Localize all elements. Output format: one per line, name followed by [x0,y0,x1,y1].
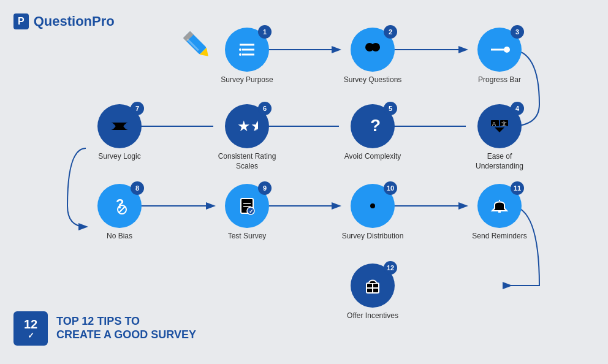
step-6: ★★★ 6 Consistent Rating Scales [213,104,281,171]
step-5: ? 5 Avoid Complexity [339,104,406,162]
svg-line-40 [375,202,379,205]
step-circle-2: 2 [351,28,395,72]
step-circle-7: 7 [97,104,142,148]
bottom-tip-box: 12 ✓ TOP 12 TIPS TO CREATE A GOOD SURVEY [13,311,196,346]
svg-point-15 [239,48,241,51]
step-label-9: Test Survey [228,232,267,241]
step-circle-10: 10 [351,184,395,228]
step-label-1: Survey Purpose [221,75,273,85]
step-badge-6: 6 [258,102,272,115]
step-circle-3: 3 [477,28,522,72]
step-2: 2 Survey Questions [339,28,406,85]
step-1: 1 Survey Purpose [213,28,281,85]
step-badge-2: 2 [384,25,397,39]
svg-text:✓: ✓ [249,208,254,214]
step-label-12: Offer Incentives [347,311,398,321]
step-3: 3 Progress Bar [466,28,533,85]
step-circle-1: 1 [225,28,269,72]
tip-count-box: 12 ✓ [13,311,48,346]
step-badge-7: 7 [131,102,144,115]
svg-text:文: 文 [501,121,507,127]
logo-area: P QuestionPro [13,13,115,29]
step-circle-12: 12 [351,264,395,308]
tip-text: TOP 12 TIPS TO CREATE A GOOD SURVEY [56,315,196,341]
pencil-icon [178,26,215,65]
step-circle-9: ✓ 9 [225,184,269,228]
step-12: 12 Offer Incentives [339,264,406,321]
step-label-3: Progress Bar [478,75,521,85]
step-badge-12: 12 [384,261,397,275]
step-label-6: Consistent Rating Scales [213,152,281,171]
step-circle-11: 11 [477,184,522,228]
step-label-7: Survey Logic [98,152,140,162]
step-7: 7 Survey Logic [86,104,153,162]
step-badge-3: 3 [511,25,524,39]
svg-line-44 [366,202,370,205]
step-label-8: No Bias [107,232,132,241]
step-circle-4: A文 4 [477,104,522,148]
step-label-4: Ease of Understanding [466,152,533,171]
step-badge-10: 10 [384,181,397,195]
step-circle-5: ? 5 [351,104,395,148]
step-badge-11: 11 [511,181,524,195]
svg-point-38 [370,203,375,208]
step-8: ? 8 No Bias [86,184,153,241]
logo-icon: P [13,13,29,29]
step-9: ✓ 9 Test Survey [213,184,281,241]
step-label-11: Send Reminders [472,232,526,241]
tip-count-number: 12 [24,318,37,330]
step-badge-4: 4 [511,102,524,115]
step-circle-8: ? 8 [97,184,142,228]
svg-text:?: ? [370,116,381,135]
svg-text:★: ★ [252,118,258,134]
step-label-5: Avoid Complexity [344,152,401,162]
svg-line-43 [366,207,370,210]
step-label-10: Survey Distribution [342,232,404,241]
step-badge-5: 5 [384,102,397,115]
svg-point-22 [504,47,510,53]
step-badge-8: 8 [131,181,144,195]
logo-name: QuestionPro [34,13,115,29]
step-badge-1: 1 [258,25,272,39]
step-10: 10 Survey Distribution [339,184,406,241]
step-circle-6: ★★★ 6 [225,104,269,148]
step-4: A文 4 Ease of Understanding [466,104,533,171]
svg-line-41 [375,207,379,210]
tip-check-icon: ✓ [28,332,34,339]
svg-text:A: A [492,121,496,127]
step-label-2: Survey Questions [344,75,402,85]
svg-point-16 [239,53,241,56]
svg-point-18 [371,43,380,51]
step-11: 11 Send Reminders [466,184,533,241]
step-badge-9: 9 [258,181,272,195]
